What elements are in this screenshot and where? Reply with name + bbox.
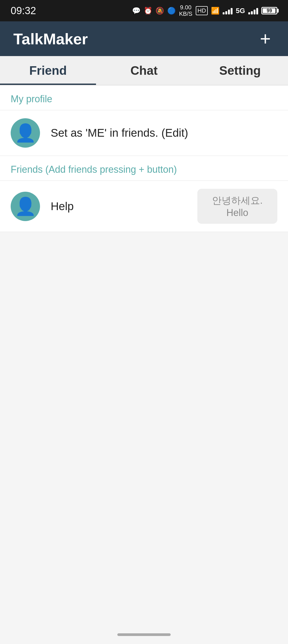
tab-setting[interactable]: Setting — [192, 56, 288, 85]
my-profile-section-header: My profile — [0, 85, 288, 110]
friend-name-help: Help — [51, 200, 197, 213]
friend-person-icon: 👤 — [15, 196, 36, 217]
friend-help-avatar: 👤 — [11, 192, 40, 221]
mute-icon: 🔕 — [155, 7, 164, 15]
signal-5g-bars-icon — [248, 7, 258, 14]
friends-section-header: Friends (Add friends pressing + button) — [0, 156, 288, 180]
status-time: 09:32 — [11, 5, 36, 17]
content-area: My profile 👤 Set as 'ME' in friends. (Ed… — [0, 85, 288, 232]
my-profile-avatar: 👤 — [11, 118, 40, 148]
app-header: TalkMaker + — [0, 21, 288, 56]
app-title: TalkMaker — [13, 30, 88, 48]
tab-friend[interactable]: Friend — [0, 56, 96, 85]
add-button[interactable]: + — [256, 29, 275, 48]
alarm-icon: ⏰ — [144, 7, 152, 15]
status-icons: 💬 ⏰ 🔕 🔵 9.00KB/S HD 📶 5G 99 — [132, 4, 277, 17]
divider-4 — [0, 232, 288, 232]
network-speed-icon: 9.00KB/S — [179, 4, 192, 17]
person-icon: 👤 — [15, 123, 36, 143]
tab-chat[interactable]: Chat — [96, 56, 192, 85]
chat-notification-icon: 💬 — [132, 7, 141, 15]
friend-row-help[interactable]: 👤 Help 안녕하세요. Hello — [0, 181, 288, 232]
my-profile-text: Set as 'ME' in friends. (Edit) — [51, 127, 277, 139]
signal-4g-icon — [223, 7, 233, 14]
plus-icon: + — [260, 29, 271, 48]
battery-icon: 99 — [261, 7, 277, 14]
status-bar: 09:32 💬 ⏰ 🔕 🔵 9.00KB/S HD 📶 5G — [0, 0, 288, 21]
my-profile-row[interactable]: 👤 Set as 'ME' in friends. (Edit) — [0, 110, 288, 156]
friend-message-bubble: 안녕하세요. Hello — [197, 189, 277, 224]
hd-icon: HD — [196, 6, 208, 15]
bluetooth-icon: 🔵 — [167, 7, 176, 15]
5g-icon: 5G — [236, 7, 245, 15]
bottom-nav-indicator — [117, 633, 171, 636]
tab-bar: Friend Chat Setting — [0, 56, 288, 85]
wifi-icon: 📶 — [211, 7, 219, 15]
